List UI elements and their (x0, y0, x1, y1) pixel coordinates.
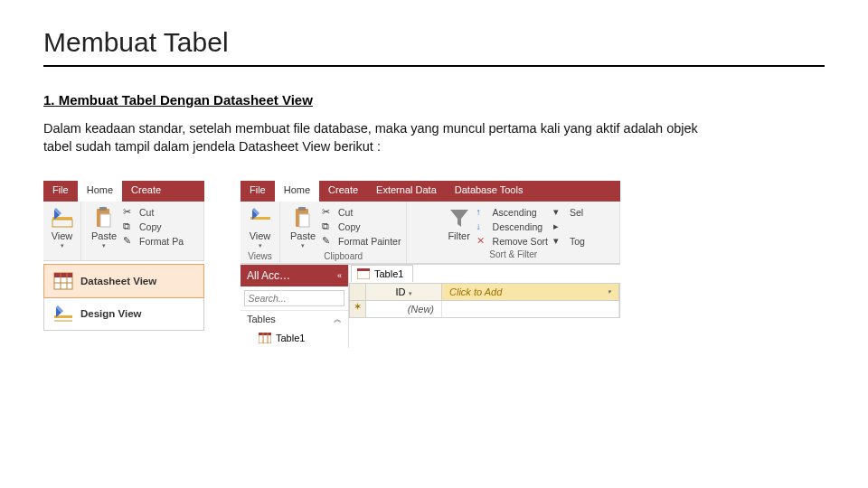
menu-design-view[interactable]: Design View (44, 297, 203, 330)
cut-button[interactable]: ✂Cut (123, 206, 184, 219)
menu-datasheet-view[interactable]: Datasheet View (43, 264, 204, 298)
group-label: Views (248, 249, 272, 263)
tab-database-tools[interactable]: Database Tools (446, 181, 533, 202)
cell-empty[interactable] (442, 301, 619, 317)
svg-rect-4 (100, 214, 110, 227)
ribbon: View▾ Views Paste▾ ✂Cut ⧉Copy ✎Format Pa (241, 202, 620, 264)
scissors-icon: ✂ (322, 206, 335, 219)
datasheet-icon (53, 272, 73, 290)
paragraph: Dalam keadaan standar, setelah membuat f… (43, 120, 712, 155)
page-title: Membuat Tabel (43, 27, 825, 58)
filter-button[interactable]: Filter (442, 204, 476, 248)
table-icon (357, 268, 370, 279)
toggle-icon: ▾ (553, 235, 566, 248)
paste-button[interactable]: Paste▾ (286, 204, 320, 249)
column-click-to-add[interactable]: Click to Add▾ (442, 284, 619, 300)
chevron-left-icon: « (337, 271, 342, 280)
tab-external-data[interactable]: External Data (367, 181, 446, 202)
view-button[interactable]: View ▾ (45, 204, 80, 249)
group-label: Clipboard (324, 249, 363, 263)
cut-button[interactable]: ✂Cut (322, 206, 401, 219)
tab-strip: File Home Create (43, 181, 204, 202)
selection-button[interactable]: ▾Sel (553, 206, 585, 219)
screenshot-left: File Home Create View ▾ (43, 181, 204, 331)
divider (43, 65, 825, 67)
navigation-pane: All Acc… « Tables︽ Table1 (241, 265, 349, 348)
advanced-icon: ▸ (553, 221, 566, 233)
paste-button[interactable]: Paste ▾ (87, 204, 121, 249)
section-heading: 1. Membuat Tabel Dengan Datasheet View (43, 92, 825, 108)
remove-sort-button[interactable]: ⨯Remove Sort (476, 235, 548, 248)
view-button[interactable]: View▾ (243, 204, 278, 249)
brush-icon: ✎ (322, 235, 335, 248)
chevron-down-icon: ▾ (61, 242, 64, 249)
format-painter-button[interactable]: ✎Format Painter (322, 235, 401, 248)
chevron-down-icon: ▾ (259, 242, 262, 249)
object-tab-table1[interactable]: Table1 (351, 265, 413, 282)
format-painter-button[interactable]: ✎Format Pa (123, 235, 184, 248)
tab-create[interactable]: Create (319, 181, 367, 202)
table-icon (259, 333, 271, 343)
view-label: View (52, 230, 73, 241)
filter-icon: ▾ (553, 206, 566, 219)
chevron-up-icon: ︽ (334, 314, 342, 325)
copy-button[interactable]: ⧉Copy (123, 221, 184, 233)
design-icon (53, 305, 73, 323)
view-icon (249, 206, 272, 230)
chevron-down-icon: ▾ (608, 288, 611, 296)
sort-asc-icon: ↑ (476, 206, 489, 219)
svg-rect-6 (54, 273, 72, 277)
copy-icon: ⧉ (322, 221, 335, 233)
tab-home[interactable]: Home (275, 181, 319, 202)
search-input[interactable] (244, 290, 345, 306)
datasheet-header: ID ▾ Click to Add▾ (349, 283, 620, 301)
cell-id-new[interactable]: (New) (366, 301, 442, 317)
svg-rect-21 (357, 268, 370, 271)
filter-icon (448, 206, 471, 230)
view-dropdown-menu: Datasheet View Design View (43, 264, 204, 331)
menu-label: Design View (80, 308, 142, 319)
tab-file[interactable]: File (241, 181, 275, 202)
nav-group-tables[interactable]: Tables︽ (241, 310, 348, 328)
scissors-icon: ✂ (123, 206, 136, 219)
svg-rect-3 (99, 207, 107, 211)
row-selector-head[interactable] (350, 284, 366, 300)
copy-button[interactable]: ⧉Copy (322, 221, 401, 233)
menu-label: Datasheet View (80, 276, 156, 286)
svg-rect-14 (298, 207, 306, 211)
tab-strip: File Home Create External Data Database … (241, 181, 620, 202)
descending-button[interactable]: ↓Descending (476, 221, 548, 233)
paste-icon (291, 206, 315, 230)
paste-icon (92, 206, 116, 230)
remove-sort-icon: ⨯ (476, 235, 489, 248)
group-label: Sort & Filter (489, 248, 537, 261)
column-id[interactable]: ID ▾ (366, 284, 442, 300)
tab-home[interactable]: Home (78, 181, 122, 202)
datasheet-area: Table1 ID ▾ Click to Add▾ ✶ (New) (349, 265, 620, 348)
ribbon: View ▾ Paste ▾ ✂Cut ⧉Copy (43, 202, 204, 261)
copy-icon: ⧉ (123, 221, 136, 233)
chevron-down-icon: ▾ (409, 290, 412, 296)
chevron-down-icon: ▾ (301, 242, 305, 249)
svg-rect-17 (259, 333, 271, 335)
paste-label: Paste (91, 230, 117, 241)
toggle-filter-button[interactable]: ▾Tog (553, 235, 585, 248)
screenshot-right: File Home Create External Data Database … (241, 181, 620, 348)
tab-create[interactable]: Create (122, 181, 170, 202)
svg-rect-15 (299, 214, 309, 227)
view-icon (51, 206, 74, 230)
ascending-button[interactable]: ↑Ascending (476, 206, 548, 219)
advanced-button[interactable]: ▸ (553, 221, 585, 233)
chevron-down-icon: ▾ (102, 242, 106, 249)
svg-rect-1 (52, 220, 72, 227)
new-row-icon: ✶ (350, 301, 366, 317)
brush-icon: ✎ (123, 235, 136, 248)
table-row[interactable]: ✶ (New) (349, 301, 620, 318)
sort-desc-icon: ↓ (476, 221, 489, 233)
tab-file[interactable]: File (43, 181, 78, 202)
nav-item-table1[interactable]: Table1 (241, 328, 348, 348)
nav-header[interactable]: All Acc… « (241, 265, 348, 286)
